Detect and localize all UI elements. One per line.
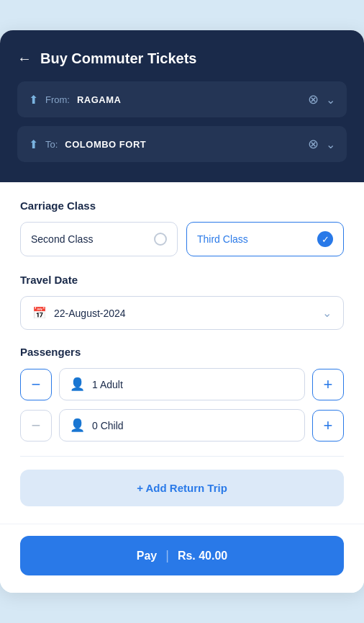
from-value: RAGAMA (77, 94, 122, 105)
date-chevron-icon: ⌄ (322, 306, 332, 320)
header: ← Buy Commuter Tickets ⬆ From: RAGAMA ⊗ … (0, 30, 364, 182)
page-title: Buy Commuter Tickets (40, 50, 196, 67)
footer: Pay | Rs. 40.00 (0, 524, 364, 593)
passengers-section: Passengers − 👤 1 Adult + − 👤 0 Child + (20, 346, 344, 442)
travel-date-section: Travel Date 📅 22-August-2024 ⌄ (20, 274, 344, 330)
from-field[interactable]: ⬆ From: RAGAMA ⊗ ⌄ (17, 81, 347, 117)
third-class-option[interactable]: Third Class ✓ (186, 222, 344, 256)
add-return-button[interactable]: + Add Return Trip (20, 470, 344, 506)
to-icon: ⬆ (29, 138, 38, 151)
child-row: − 👤 0 Child + (20, 409, 344, 442)
from-label: From: (45, 94, 70, 105)
carriage-class-label: Carriage Class (20, 200, 344, 212)
divider (20, 456, 344, 457)
adult-count-label: 1 Adult (92, 379, 123, 390)
adult-minus-button[interactable]: − (20, 369, 52, 400)
to-value: COLOMBO FORT (65, 139, 146, 150)
date-field[interactable]: 📅 22-August-2024 ⌄ (20, 296, 344, 330)
to-actions: ⊗ ⌄ (308, 136, 335, 152)
back-button[interactable]: ← (17, 50, 32, 67)
child-person-icon: 👤 (70, 418, 85, 433)
from-clear-icon[interactable]: ⊗ (308, 91, 319, 107)
to-chevron-icon[interactable]: ⌄ (326, 138, 335, 151)
pay-button[interactable]: Pay | Rs. 40.00 (20, 536, 344, 575)
body: Carriage Class Second Class Third Class … (0, 182, 364, 524)
to-field[interactable]: ⬆ To: COLOMBO FORT ⊗ ⌄ (17, 126, 347, 162)
child-minus-button[interactable]: − (20, 410, 52, 442)
adult-row: − 👤 1 Adult + (20, 368, 344, 400)
to-clear-icon[interactable]: ⊗ (308, 136, 319, 152)
adult-display: 👤 1 Adult (59, 368, 305, 400)
third-class-label: Third Class (197, 233, 248, 245)
second-class-label: Second Class (31, 233, 93, 245)
date-value: 22-August-2024 (54, 308, 315, 319)
pay-amount: Rs. 40.00 (178, 550, 227, 563)
carriage-class-row: Second Class Third Class ✓ (20, 222, 344, 256)
passengers-label: Passengers (20, 346, 344, 358)
child-count-label: 0 Child (92, 420, 124, 431)
travel-date-label: Travel Date (20, 274, 344, 286)
child-plus-button[interactable]: + (312, 410, 344, 442)
main-card: ← Buy Commuter Tickets ⬆ From: RAGAMA ⊗ … (0, 30, 364, 593)
pay-label: Pay (137, 550, 157, 563)
from-icon: ⬆ (29, 93, 38, 107)
adult-person-icon: 👤 (70, 377, 85, 392)
child-display: 👤 0 Child (59, 409, 305, 442)
from-chevron-icon[interactable]: ⌄ (326, 93, 335, 107)
to-label: To: (45, 139, 58, 150)
second-class-option[interactable]: Second Class (20, 222, 178, 256)
adult-plus-button[interactable]: + (312, 369, 344, 400)
calendar-icon: 📅 (32, 306, 47, 320)
third-class-check: ✓ (317, 231, 333, 247)
second-class-radio (154, 233, 167, 246)
from-actions: ⊗ ⌄ (308, 91, 335, 107)
pay-divider: | (165, 548, 169, 563)
